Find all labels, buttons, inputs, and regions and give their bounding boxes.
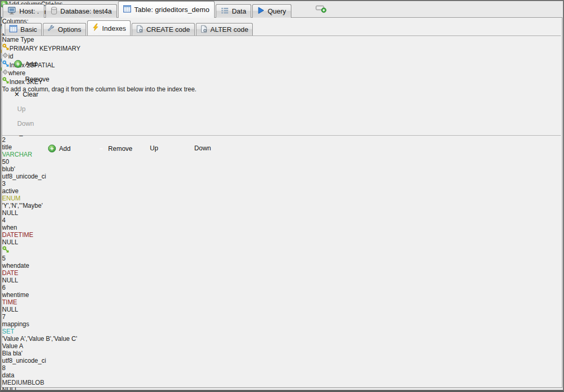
tab-host-[interactable]: Host: . <box>3 4 44 18</box>
index-remove-button[interactable]: −Remove <box>14 75 50 83</box>
host-icon <box>8 7 16 16</box>
cell-default[interactable]: NULL <box>2 239 84 246</box>
column-row-data[interactable]: 8dataMEDIUMBLOBNULL <box>2 364 562 392</box>
key-green-icon <box>2 247 9 255</box>
column-row-active[interactable]: 3activeENUM'Y','N','''Maybe'NULL <box>2 180 562 217</box>
index-clear-button[interactable]: ✕Clear <box>14 90 38 98</box>
database-icon <box>51 7 57 16</box>
new-connection-icon[interactable] <box>315 4 327 13</box>
table-icon <box>9 25 17 34</box>
new-connection-icon <box>315 7 327 15</box>
cell-default[interactable]: NULL <box>2 277 84 284</box>
script-icon <box>136 25 143 34</box>
cell-collation[interactable]: utf8_unicode_ci <box>2 173 93 180</box>
column-row-mappings[interactable]: 7mappingsSET'Value A','Value B','Value C… <box>2 313 562 364</box>
tree-col-name: Name <box>2 36 19 43</box>
cell-datatype[interactable]: DATETIME <box>2 231 71 239</box>
index-hint-text: To add a column, drag it from the column… <box>2 86 561 93</box>
tab-query[interactable]: Query <box>252 4 291 18</box>
cell-default[interactable]: Value A <box>2 342 84 350</box>
index-tree-row[interactable]: Index 3KEY <box>2 77 561 86</box>
row-number: 2 <box>2 136 16 144</box>
cell-comment[interactable]: Bla bla' <box>2 350 45 357</box>
index-up-button[interactable]: Up <box>14 105 26 113</box>
tab-label: Query <box>267 7 286 15</box>
columns-remove-button[interactable]: −Remove <box>97 145 133 152</box>
tab-data[interactable]: Data <box>216 4 251 18</box>
cell-length[interactable]: 'Value A','Value B','Value C' <box>2 335 101 342</box>
cell-length[interactable]: 50 <box>2 158 101 165</box>
column-row-title[interactable]: 2titleVARCHAR50blub'utf8_unicode_ci <box>2 136 562 180</box>
indexes-tab-page: +Add−Remove✕ClearUpDown Name Type PRIMAR… <box>2 35 561 136</box>
cell-datatype[interactable]: MEDIUMBLOB <box>2 379 71 386</box>
cell-default[interactable]: NULL <box>2 306 84 313</box>
tab-database-test4a[interactable]: Database: test4a <box>45 4 117 18</box>
button-label: Down <box>17 120 34 127</box>
button-label: Remove <box>25 76 50 83</box>
column-row-whentime[interactable]: 6whentimeTIMENULL <box>2 284 562 313</box>
cell-datatype[interactable]: DATE <box>2 269 71 277</box>
index-add-button[interactable]: +Add <box>14 60 37 68</box>
index-tree-row[interactable]: PRIMARY KEYPRIMARY <box>2 43 561 52</box>
tree-row-label: PRIMARY KEY <box>9 45 52 52</box>
button-label: Up <box>150 145 158 152</box>
tab-label: Options <box>58 26 81 33</box>
diamond <box>2 53 8 60</box>
sub-tab-strip: BasicOptionsIndexesCREATE codeALTER code <box>5 20 253 35</box>
button-label: Up <box>17 105 26 113</box>
cell-name[interactable]: title <box>2 144 50 151</box>
button-label: Clear <box>22 91 38 98</box>
script-icon <box>201 25 207 34</box>
cell-datatype[interactable]: TIME <box>2 299 71 306</box>
column-row-when[interactable]: 4whenDATETIMENULL <box>2 217 562 246</box>
subtab-basic[interactable]: Basic <box>5 23 42 35</box>
query-icon <box>257 7 264 16</box>
index-tree-row[interactable]: where <box>2 69 561 77</box>
tab-table-grideditors-demo[interactable]: Table: grideditors_demo <box>118 1 215 18</box>
key-green-icon <box>2 78 9 86</box>
cell-name[interactable]: when <box>2 224 50 231</box>
key-blue-icon <box>2 62 9 69</box>
cell-name[interactable]: whentime <box>2 291 50 299</box>
tab-label: Basic <box>20 26 37 33</box>
tree-col-type: Type <box>20 36 34 43</box>
row-number: 7 <box>2 313 16 320</box>
button-label: Add <box>25 61 37 68</box>
index-tree-row[interactable]: id <box>2 52 561 60</box>
cell-name[interactable]: active <box>2 187 50 195</box>
tab-label: Indexes <box>102 25 126 32</box>
subtab-options[interactable]: Options <box>43 23 86 35</box>
cell-length[interactable]: 'Y','N','''Maybe' <box>2 202 101 209</box>
cell-name[interactable]: data <box>2 372 50 379</box>
cell-datatype[interactable]: ENUM <box>2 195 71 202</box>
column-row-whendate[interactable]: 5whendateDATENULL <box>2 246 562 284</box>
subtab-create-code[interactable]: CREATE code <box>132 23 195 35</box>
cell-default[interactable]: NULL <box>2 209 84 217</box>
tab-label: Host: . <box>19 7 39 15</box>
index-tree-row[interactable]: Index 2SPATIAL <box>2 60 561 69</box>
columns-up-button[interactable]: Up <box>147 145 158 152</box>
cell-datatype[interactable]: SET <box>2 328 71 335</box>
row-number: 8 <box>2 364 16 372</box>
subtab-indexes[interactable]: Indexes <box>87 20 131 35</box>
add-icon: + <box>48 145 56 152</box>
index-down-button[interactable]: Down <box>14 120 34 127</box>
columns-down-button[interactable]: Down <box>191 145 211 152</box>
button-label: Down <box>194 145 211 152</box>
button-label: Remove <box>108 145 133 152</box>
add-icon: + <box>14 60 22 68</box>
cell-name[interactable]: whendate <box>2 262 50 269</box>
cell-name[interactable]: mappings <box>2 320 50 328</box>
columns-add-button[interactable]: +Add <box>48 145 70 152</box>
row-number: 6 <box>2 284 16 291</box>
wrench-icon <box>48 25 55 34</box>
key-gold-icon <box>2 45 9 52</box>
cell-collation[interactable]: utf8_unicode_ci <box>2 357 93 364</box>
diamond <box>2 69 8 77</box>
tree-row-type: PRIMARY <box>52 45 80 52</box>
remove-icon: − <box>14 75 22 83</box>
cell-default[interactable]: blub' <box>2 165 84 173</box>
subtab-alter-code[interactable]: ALTER code <box>196 23 253 35</box>
heidisql-table-editor: { "main_tabs": [ {"label": "Host: .", "i… <box>0 0 564 392</box>
cell-default[interactable]: NULL <box>2 386 84 392</box>
